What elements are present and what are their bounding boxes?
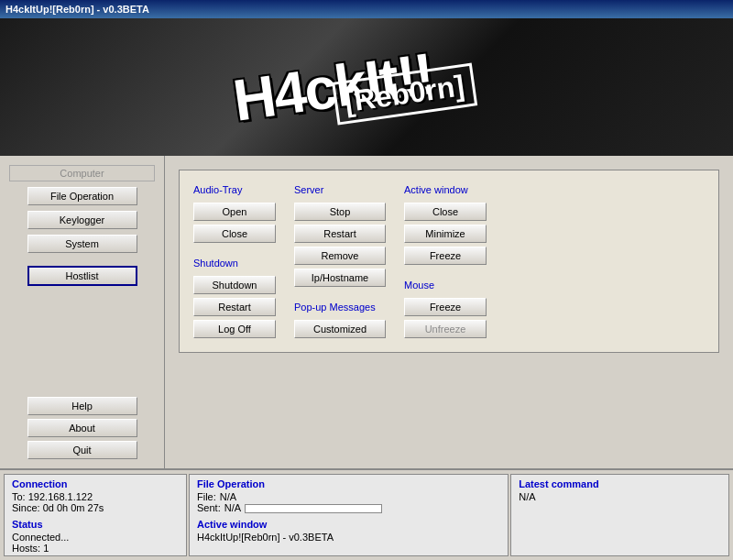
active-window-title: Active window: [404, 184, 487, 195]
about-button[interactable]: About: [27, 419, 137, 437]
latest-command-label: Latest command: [519, 478, 721, 489]
server-restart-button[interactable]: Restart: [294, 225, 386, 243]
active-window-freeze-button[interactable]: Freeze: [404, 247, 487, 265]
server-ip-hostname-button[interactable]: Ip/Hostname: [294, 269, 386, 287]
connection-since: Since: 0d 0h 0m 27s: [12, 502, 179, 513]
right-section: Active window Close Minimize Freeze Mous…: [404, 184, 487, 338]
mouse-unfreeze-button[interactable]: Unfreeze: [404, 320, 487, 338]
customized-button[interactable]: Customized: [294, 320, 386, 338]
status-bar: Connection To: 192.168.1.122 Since: 0d 0…: [0, 468, 733, 560]
left-section: Audio-Tray Open Close Shutdown Shutdown …: [193, 184, 276, 338]
server-stop-button[interactable]: Stop: [294, 203, 386, 221]
file-operation-panel: File Operation File: N/A Sent: N/A Activ…: [189, 474, 509, 556]
connection-panel: Connection To: 192.168.1.122 Since: 0d 0…: [4, 474, 187, 556]
title-text: H4ckItUp![Reb0rn] - v0.3BETA: [5, 4, 149, 15]
shutdown-button[interactable]: Shutdown: [193, 276, 276, 294]
audio-tray-open-button[interactable]: Open: [193, 203, 276, 221]
status-connected: Connected...: [12, 532, 179, 543]
control-panel: Audio-Tray Open Close Shutdown Shutdown …: [179, 170, 719, 353]
main-layout: Computer File Operation Keylogger System…: [0, 156, 733, 468]
file-operation-file: File: N/A: [197, 491, 500, 502]
audio-tray-close-button[interactable]: Close: [193, 225, 276, 243]
sidebar: Computer File Operation Keylogger System…: [0, 156, 165, 468]
mouse-title: Mouse: [404, 280, 487, 291]
shutdown-title: Shutdown: [193, 258, 276, 269]
banner: H4ckIt!! [Reb0rn]: [0, 18, 733, 156]
content-area: Audio-Tray Open Close Shutdown Shutdown …: [165, 156, 733, 468]
mouse-freeze-button[interactable]: Freeze: [404, 298, 487, 316]
quit-button[interactable]: Quit: [27, 441, 137, 459]
latest-command-panel: Latest command N/A: [510, 474, 729, 556]
status-label: Status: [12, 519, 179, 530]
connection-to: To: 192.168.1.122: [12, 491, 179, 502]
connection-label: Connection: [12, 478, 179, 489]
logoff-button[interactable]: Log Off: [193, 320, 276, 338]
server-title: Server: [294, 184, 386, 195]
status-hosts: Hosts: 1: [12, 543, 179, 554]
file-operation-sent: Sent: N/A: [197, 502, 500, 513]
file-operation-label: File Operation: [197, 478, 500, 489]
bottom-sidebar-buttons: Help About Quit: [9, 397, 155, 459]
restart-button[interactable]: Restart: [193, 298, 276, 316]
keylogger-button[interactable]: Keylogger: [27, 211, 137, 229]
popup-messages-title: Pop-up Messages: [294, 302, 386, 313]
sidebar-computer-label: Computer: [9, 165, 155, 181]
middle-section: Server Stop Restart Remove Ip/Hostname P…: [294, 184, 386, 338]
active-window-minimize-button[interactable]: Minimize: [404, 225, 487, 243]
active-window-status-value: H4ckItUp![Reb0rn] - v0.3BETA: [197, 532, 500, 543]
help-button[interactable]: Help: [27, 397, 137, 415]
active-window-status-label: Active window: [197, 519, 500, 530]
hostlist-button[interactable]: Hostlist: [27, 266, 137, 286]
file-operation-button[interactable]: File Operation: [27, 187, 137, 205]
file-progress-bar: [245, 504, 382, 513]
title-bar: H4ckItUp![Reb0rn] - v0.3BETA: [0, 0, 733, 18]
active-window-close-button[interactable]: Close: [404, 203, 487, 221]
system-button[interactable]: System: [27, 235, 137, 253]
latest-command-value: N/A: [519, 491, 721, 502]
audio-tray-title: Audio-Tray: [193, 184, 276, 195]
server-remove-button[interactable]: Remove: [294, 247, 386, 265]
